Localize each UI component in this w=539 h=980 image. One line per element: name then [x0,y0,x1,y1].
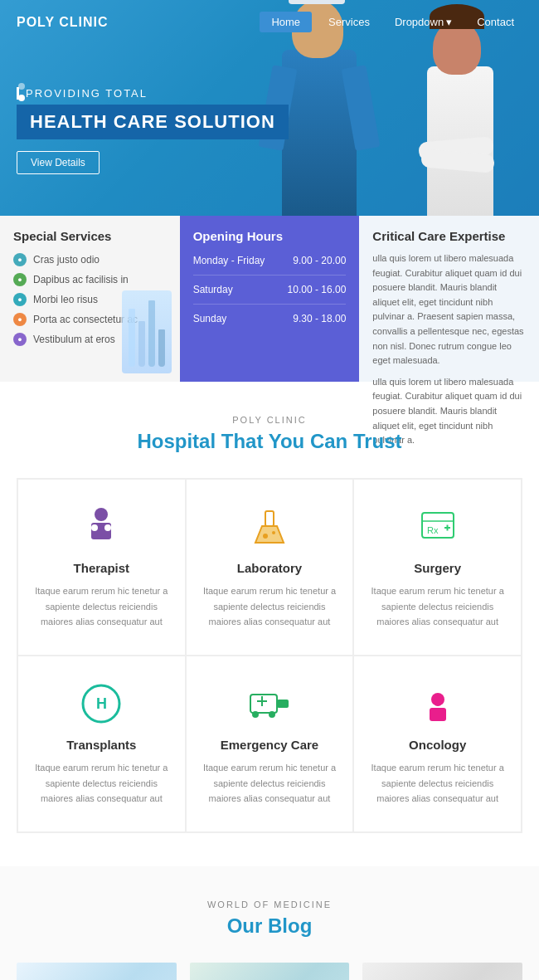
service-label: Morbi leo risus [33,294,98,305]
nav-links: Home Services Dropdown ▾ Contact [260,12,522,32]
blog-image [362,963,522,980]
service-icon: ● [13,313,27,326]
svg-point-6 [263,534,268,539]
blog-section: WORLD OF MEDICINE Our Blog MAY 19.2018 ·… [0,866,539,980]
service-card-oncology: Oncology Itaque earum rerum hic tenetur … [353,656,522,832]
blog-card: JULY 23.2018 · LOREMIPSUM Cras ultricies… [362,963,522,980]
blog-image [190,963,350,980]
service-card-transplants: H Transplants Itaque earum rerum hic ten… [17,656,186,832]
hero-content: PROVIDING TOTAL HEALTH CARE SOLUTION Vie… [17,87,289,174]
critical-care-title: Critical Care Expertise [372,229,526,243]
blog-card: JUNE 21.2018 · LOREMIPSUM Cras ultricies… [190,963,350,980]
opening-hours-title: Opening Hours [193,229,347,243]
service-card-title: Emergency Care [203,738,337,752]
hero-cta-button[interactable]: View Details [17,151,100,174]
svg-point-2 [91,524,98,531]
laboratory-icon [247,505,292,549]
info-row: Special Services ●Cras justo odio●Dapibu… [0,216,539,382]
service-card-title: Surgery [371,561,504,575]
svg-text:H: H [96,695,107,712]
service-card-laboratory: Laboratory Itaque earum rerum hic tenetu… [186,479,354,656]
service-icon: ● [13,253,27,266]
nav-contact[interactable]: Contact [469,12,522,32]
hours-time: 9.30 - 18.00 [293,313,346,324]
critical-care-panel: Critical Care Expertise ulla quis lorem … [359,216,539,382]
oncology-icon [415,681,460,726]
blog-card: MAY 19.2018 · LOREMIPSUM Cras ultricies … [17,963,177,980]
service-card-desc: Itaque earum rerum hic tenetur a sapient… [371,583,504,630]
service-icon: ● [13,293,27,306]
hero-section: POLY CLINIC Home Services Dropdown ▾ Con… [0,0,539,216]
service-card-desc: Itaque earum rerum hic tenetur a sapient… [35,760,168,807]
test-tube-decoration [122,290,172,373]
hours-time: 9.00 - 20.00 [293,255,346,266]
hours-day: Saturday [193,284,233,295]
service-card-desc: Itaque earum rerum hic tenetur a sapient… [371,760,504,807]
service-label: Dapibus ac facilisis in [33,274,129,285]
hours-row: Monday - Friday9.00 - 20.00 [193,255,347,275]
service-card-title: Transplants [35,738,168,752]
blog-grid: MAY 19.2018 · LOREMIPSUM Cras ultricies … [17,963,522,980]
critical-care-text: ulla quis lorem ut libero malesuada feug… [372,251,526,448]
services-grid: Therapist Itaque earum rerum hic tenetur… [17,478,522,833]
service-icon: ● [13,273,27,286]
svg-point-7 [272,531,275,534]
emergency-icon [247,681,292,726]
opening-hours-panel: Opening Hours Monday - Friday9.00 - 20.0… [180,216,360,382]
nav-home[interactable]: Home [260,12,312,32]
svg-text:Rx: Rx [427,525,439,535]
svg-rect-16 [277,700,289,708]
hours-day: Sunday [193,313,227,324]
site-logo: POLY CLINIC [17,15,109,30]
service-item: ●Cras justo odio [13,253,167,266]
service-label: Vestibulum at eros [33,334,115,345]
service-card-surgery: Rx Surgery Itaque earum rerum hic tenetu… [353,479,522,656]
service-icon: ● [13,333,27,346]
svg-point-0 [95,508,108,521]
service-card-therapist: Therapist Itaque earum rerum hic tenetur… [17,479,186,656]
therapist-icon [79,505,124,549]
hero-subtitle: PROVIDING TOTAL [17,87,289,100]
service-card-desc: Itaque earum rerum hic tenetur a sapient… [203,583,337,630]
critical-care-paragraph: ulla quis lorem ut libero malesuada feug… [372,251,526,368]
hours-list: Monday - Friday9.00 - 20.00Saturday10.00… [193,255,347,333]
hours-row: Saturday10.00 - 16.00 [193,284,347,305]
svg-point-3 [104,524,111,531]
service-card-title: Oncology [371,738,504,752]
service-card-desc: Itaque earum rerum hic tenetur a sapient… [203,760,337,807]
surgery-icon: Rx [415,505,460,549]
service-card-desc: Itaque earum rerum hic tenetur a sapient… [35,583,168,630]
hero-title: HEALTH CARE SOLUTION [17,105,289,139]
blog-title: Our Blog [17,914,522,938]
special-services-panel: Special Services ●Cras justo odio●Dapibu… [0,216,180,382]
nav-services[interactable]: Services [320,12,378,32]
transplants-icon: H [79,681,124,726]
svg-point-18 [269,711,275,718]
nav-dropdown[interactable]: Dropdown ▾ [386,12,460,32]
service-card-emergency-care: Emergency Care Itaque earum rerum hic te… [186,656,354,832]
hours-time: 10.00 - 16.00 [288,284,347,295]
service-label: Cras justo odio [33,254,100,266]
service-card-title: Therapist [35,561,168,575]
blog-label: WORLD OF MEDICINE [17,900,522,909]
blog-image [17,963,177,980]
svg-rect-5 [265,511,274,526]
hours-day: Monday - Friday [193,255,265,266]
special-services-title: Special Services [13,229,167,243]
service-card-title: Laboratory [203,561,337,575]
trust-section: POLY CLINIC Hospital That You Can Trust … [0,382,539,866]
navbar: POLY CLINIC Home Services Dropdown ▾ Con… [0,0,539,44]
hours-row: Sunday9.30 - 18.00 [193,313,347,333]
service-item: ●Dapibus ac facilisis in [13,273,167,286]
svg-rect-22 [430,708,446,721]
svg-point-17 [252,711,259,718]
chevron-down-icon: ▾ [446,16,452,28]
svg-rect-15 [250,695,277,713]
